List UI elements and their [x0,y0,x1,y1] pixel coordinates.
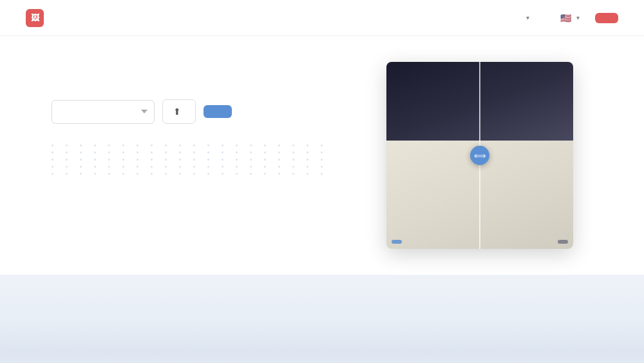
dot [52,152,53,153]
nav-logo[interactable]: 🖼 [26,9,49,27]
dot [122,159,124,161]
dot-grid-decoration: // generate dots inline const dotGrid = … [52,144,361,175]
dot [321,152,323,153]
dot [122,173,124,175]
dot [264,152,266,153]
dot [80,144,82,146]
dot [66,173,68,175]
dot [151,173,153,175]
dot [52,159,53,161]
hero-left: English Spanish French German Chinese ⬆ … [52,75,361,175]
dot [292,144,294,146]
dot [179,152,181,153]
hero-right: ⟺ [386,62,580,249]
dot [278,152,280,153]
dot [108,166,110,168]
translators-chevron-icon: ▾ [526,14,529,21]
dot [66,166,68,168]
dot [165,159,167,161]
dot [80,159,82,161]
try-now-button[interactable] [595,13,618,23]
dot [52,173,53,175]
language-chevron-icon: ▾ [576,14,580,21]
translate-button[interactable] [204,105,232,118]
dot [165,173,167,175]
dot [108,144,110,146]
dot [236,144,238,146]
dot [250,159,252,161]
dot [250,144,252,146]
dot [122,144,124,146]
choose-file-button[interactable]: ⬆ [162,99,196,124]
dot [222,152,223,153]
dot [264,173,266,175]
dot [108,159,110,161]
dot [236,173,238,175]
dot [151,144,153,146]
hero-section: English Spanish French German Chinese ⬆ … [0,36,644,275]
dot [222,159,223,161]
dot [137,173,138,175]
dot [193,159,195,161]
dot [321,173,323,175]
dot [278,159,280,161]
dot [321,159,323,161]
dot [108,173,110,175]
dot [165,144,167,146]
dot [94,152,96,153]
dot [193,144,195,146]
nav-language[interactable]: 🇺🇸 ▾ [560,13,580,23]
flag-icon: 🇺🇸 [560,13,571,23]
dot [108,152,110,153]
logo-picture-icon: 🖼 [31,13,39,23]
dot [222,173,223,175]
dot [207,152,209,153]
dot [264,166,266,168]
dot [250,166,252,168]
dot [179,166,181,168]
dot [94,173,96,175]
language-select[interactable]: English Spanish French German Chinese [52,100,155,124]
dot [137,159,138,161]
dot [292,173,294,175]
dot [207,159,209,161]
dot [165,166,167,168]
dot [52,144,53,146]
arrows-lr-icon: ⟺ [474,151,486,161]
dot [151,159,153,161]
label-original [558,240,568,244]
dot [179,144,181,146]
dot [80,166,82,168]
dot [250,152,252,153]
dot [321,166,323,168]
dot [165,152,167,153]
dot [137,152,138,153]
lower-section [0,352,644,363]
dot [66,152,68,153]
dot [278,166,280,168]
dot [307,152,308,153]
dot [207,144,209,146]
dot [94,166,96,168]
dot [307,144,308,146]
logo-icon: 🖼 [26,9,44,27]
dot [193,173,195,175]
nav-translators[interactable]: ▾ [524,14,529,21]
dot [292,159,294,161]
hero-controls: English Spanish French German Chinese ⬆ [52,99,361,124]
dot [122,152,124,153]
dot [278,144,280,146]
dot [292,166,294,168]
upload-icon: ⬆ [173,106,181,117]
compare-handle[interactable]: ⟺ [470,146,489,165]
label-translated [392,240,402,244]
dot [207,166,209,168]
dot [236,166,238,168]
dot [250,173,252,175]
dot [222,166,223,168]
dot [321,144,323,146]
dot [179,159,181,161]
dot [52,166,53,168]
nav-links: ▾ 🇺🇸 ▾ [524,13,618,23]
dot [137,166,138,168]
